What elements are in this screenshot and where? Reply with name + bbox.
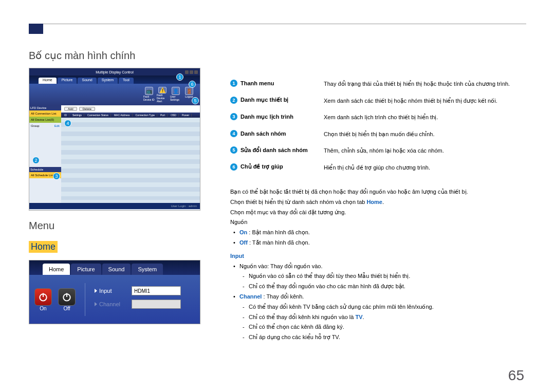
- desc-row: 5Sửa đổi danh sách nhómThêm, chỉnh sửa, …: [230, 146, 524, 155]
- power-on-icon: [34, 288, 52, 306]
- mdc-screenshot: Multiple Display Control Home Picture So…: [29, 68, 200, 211]
- source-heading: Nguồn: [230, 217, 524, 228]
- all-connection-list[interactable]: All Connection List: [29, 110, 61, 117]
- channel-select: [132, 300, 181, 309]
- bullet-off: Off : Tắt màn hình đã chọn.: [230, 238, 524, 248]
- divider: [85, 283, 85, 316]
- tab-system-2[interactable]: System: [132, 264, 163, 275]
- input-heading: Input: [230, 251, 524, 262]
- logout-icon: 🚪: [185, 87, 193, 95]
- callout-3: 3: [53, 173, 60, 180]
- arrow-icon-dim: [95, 302, 97, 306]
- desc-row: 4Danh sách nhómChọn thiết bị hiển thị bạ…: [230, 130, 524, 139]
- desc-row: 2Danh mục thiết bịXem danh sách các thiế…: [230, 97, 524, 105]
- mdc-titlebar: Multiple Display Control: [29, 68, 200, 76]
- fault-device-alert-button[interactable]: ⚠️Fault Device Alert: [157, 87, 168, 102]
- tab-tool[interactable]: Tool: [119, 78, 134, 84]
- sidebar-header-device: LFD Device: [29, 105, 61, 110]
- bullet-input-source: Nguồn vào: Thay đổi nguồn vào.: [230, 262, 524, 272]
- tab-picture-2[interactable]: Picture: [71, 264, 101, 275]
- desc-row: 3Danh mục lịch trìnhXem danh sách lịch t…: [230, 113, 524, 122]
- add-button[interactable]: Add: [64, 107, 77, 111]
- action-bar: Add Delete: [61, 105, 200, 113]
- monitor-icon: 📺: [145, 87, 153, 95]
- mdc-sidebar: LFD Device All Connection List All Devic…: [29, 105, 61, 203]
- input-label: Input: [95, 288, 127, 294]
- right-column: 1Thanh menuThay đổi trạng thái của thiết…: [230, 80, 524, 343]
- edit-link[interactable]: Edit: [54, 124, 60, 127]
- paragraph: Bạn có thể bật hoặc tắt thiết bị đã chọn…: [230, 187, 524, 197]
- dash-note: Chỉ có thể thay đổi kênh khi nguồn vào l…: [230, 312, 524, 323]
- menu-body: On Off Input Channel: [29, 275, 200, 324]
- tab-sound[interactable]: Sound: [78, 78, 96, 84]
- callout-1: 1: [176, 73, 183, 81]
- callout-6: 6: [189, 81, 196, 88]
- dash-note: Nguồn vào có sẵn có thể thay đổi tùy the…: [230, 271, 524, 282]
- channel-label: Channel: [95, 301, 127, 307]
- menu-tabs: Home Picture Sound System: [29, 260, 200, 275]
- window-control-icons: [185, 70, 198, 74]
- tab-system[interactable]: System: [98, 78, 118, 84]
- header-rule: [29, 24, 526, 28]
- sidebar-header-schedule: Schedule: [29, 167, 61, 172]
- tab-picture[interactable]: Picture: [58, 78, 77, 84]
- input-fields: Input Channel: [95, 286, 181, 313]
- column-headers: ID Settings Connection Status MAC Addres…: [61, 113, 200, 118]
- home-heading: Home: [29, 241, 58, 253]
- device-grid: 4: [61, 118, 200, 200]
- page-number: 65: [508, 367, 524, 384]
- bullet-on: On : Bật màn hình đã chọn.: [230, 228, 524, 238]
- paragraph: Chọn thiết bị hiển thị từ danh sách nhóm…: [230, 197, 524, 208]
- paragraph: Chọn một mục và thay đổi cài đặt tương ứ…: [230, 208, 524, 218]
- header-logo-square: [29, 24, 43, 34]
- fault-device-id-button[interactable]: 📺Fault Device ID: [143, 87, 155, 102]
- callout-4: 4: [64, 120, 71, 127]
- dash-note: Chỉ có thể thay đổi nguồn vào cho các mà…: [230, 282, 524, 292]
- group-label: Group: [31, 124, 40, 127]
- description-body: Bạn có thể bật hoặc tắt thiết bị đã chọn…: [230, 187, 524, 343]
- input-select[interactable]: [132, 286, 181, 295]
- app-title: Multiple Display Control: [96, 70, 134, 74]
- menu-screenshot: Home Picture Sound System On Off Input: [29, 260, 200, 324]
- left-column: Bố cục màn hình chính Multiple Display C…: [29, 49, 200, 324]
- mdc-body: LFD Device All Connection List All Devic…: [29, 105, 200, 203]
- user-settings-button[interactable]: 👤User Settings: [170, 87, 181, 102]
- delete-button[interactable]: Delete: [79, 107, 95, 111]
- alert-icon: ⚠️: [158, 87, 166, 94]
- mdc-toolbar: 📺Fault Device ID ⚠️Fault Device Alert 👤U…: [29, 84, 200, 105]
- status-bar: User Login : admin: [29, 203, 200, 209]
- arrow-icon: [95, 289, 97, 293]
- tab-sound-2[interactable]: Sound: [102, 264, 131, 275]
- all-device-list[interactable]: All Device List(0): [29, 117, 61, 123]
- dash-note: Chỉ có thể chọn các kênh đã đăng ký.: [230, 322, 524, 332]
- desc-row: 1Thanh menuThay đổi trạng thái của thiết…: [230, 80, 524, 88]
- desc-row: 6Chủ đề trợ giúpHiển thị chủ đề trợ giúp…: [230, 163, 524, 172]
- power-off-button[interactable]: Off: [58, 288, 76, 311]
- callout-5: 5: [192, 97, 199, 104]
- power-on-button[interactable]: On: [34, 288, 52, 311]
- power-off-icon: [58, 288, 76, 306]
- tab-home[interactable]: Home: [39, 78, 57, 84]
- section-title: Bố cục màn hình chính: [29, 49, 200, 62]
- all-schedule-list[interactable]: All Schedule List 3: [29, 172, 61, 178]
- mdc-tab-bar: Home Picture Sound System Tool 1 6: [29, 76, 200, 84]
- mdc-main-panel: Add Delete ID Settings Connection Status…: [61, 105, 200, 203]
- user-icon: 👤: [172, 87, 180, 95]
- dash-note: Có thể thay đổi kênh TV bằng cách sử dụn…: [230, 302, 524, 312]
- callout-2: 2: [32, 157, 40, 164]
- bullet-channel: Channel : Thay đổi kênh.: [230, 292, 524, 302]
- dash-note: Chỉ áp dụng cho các kiểu hỗ trợ TV.: [230, 332, 524, 343]
- tab-home-2[interactable]: Home: [43, 264, 70, 275]
- menu-title: Menu: [29, 220, 200, 232]
